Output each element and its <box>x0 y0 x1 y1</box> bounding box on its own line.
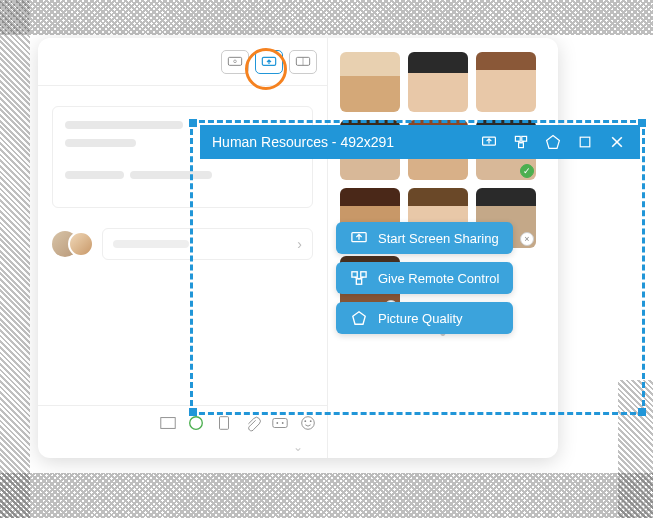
check-icon: ✓ <box>520 164 534 178</box>
record-icon[interactable] <box>187 414 205 432</box>
quality-icon[interactable] <box>542 131 564 153</box>
avatar <box>68 231 94 257</box>
svg-rect-17 <box>519 143 524 148</box>
participant-tile[interactable] <box>476 52 536 112</box>
svg-point-9 <box>276 422 278 424</box>
svg-point-11 <box>302 417 315 430</box>
chevron-right-icon: › <box>297 236 302 252</box>
start-screen-sharing-button[interactable]: Start Screen Sharing <box>336 222 513 254</box>
chat-panel: › ⌄ <box>38 38 328 458</box>
action-label: Give Remote Control <box>378 271 499 286</box>
svg-rect-16 <box>522 136 527 141</box>
svg-rect-5 <box>161 418 175 429</box>
action-label: Picture Quality <box>378 311 463 326</box>
message-bubble[interactable]: › <box>102 228 313 260</box>
svg-point-12 <box>304 420 306 422</box>
svg-rect-15 <box>515 136 520 141</box>
svg-rect-20 <box>580 137 590 147</box>
svg-line-27 <box>355 277 359 279</box>
layout-button[interactable] <box>289 50 317 74</box>
svg-point-6 <box>190 417 203 430</box>
attachment-icon[interactable] <box>243 414 261 432</box>
clipboard-icon[interactable] <box>215 414 233 432</box>
screen-share-button[interactable] <box>255 50 283 74</box>
share-title: Human Resources - 492x291 <box>212 134 468 150</box>
format-icon[interactable] <box>159 414 177 432</box>
svg-rect-7 <box>220 417 229 430</box>
emoji-icon[interactable] <box>299 414 317 432</box>
screen-share-icon[interactable] <box>478 131 500 153</box>
svg-point-13 <box>310 420 312 422</box>
message-composer <box>38 405 327 458</box>
gif-icon[interactable] <box>271 414 289 432</box>
picture-quality-button[interactable]: Picture Quality <box>336 302 513 334</box>
svg-rect-8 <box>273 419 287 428</box>
svg-line-28 <box>359 277 363 279</box>
share-action-menu: Start Screen Sharing Give Remote Control… <box>336 222 513 334</box>
svg-point-10 <box>282 422 284 424</box>
mute-icon: × <box>520 232 534 246</box>
chat-toolbar <box>38 38 327 86</box>
presentation-button[interactable] <box>221 50 249 74</box>
svg-rect-24 <box>352 272 357 277</box>
message-row: › <box>52 228 313 260</box>
action-label: Start Screen Sharing <box>378 231 499 246</box>
share-titlebar: Human Resources - 492x291 <box>200 125 640 159</box>
maximize-icon[interactable] <box>574 131 596 153</box>
svg-rect-25 <box>361 272 366 277</box>
svg-point-1 <box>234 60 237 63</box>
svg-rect-0 <box>228 57 241 65</box>
remote-control-icon[interactable] <box>510 131 532 153</box>
svg-rect-26 <box>356 279 361 284</box>
participant-tile[interactable] <box>340 52 400 112</box>
participant-tile[interactable] <box>408 52 468 112</box>
expand-down-icon[interactable]: ⌄ <box>293 440 303 454</box>
close-icon[interactable] <box>606 131 628 153</box>
give-remote-control-button[interactable]: Give Remote Control <box>336 262 513 294</box>
